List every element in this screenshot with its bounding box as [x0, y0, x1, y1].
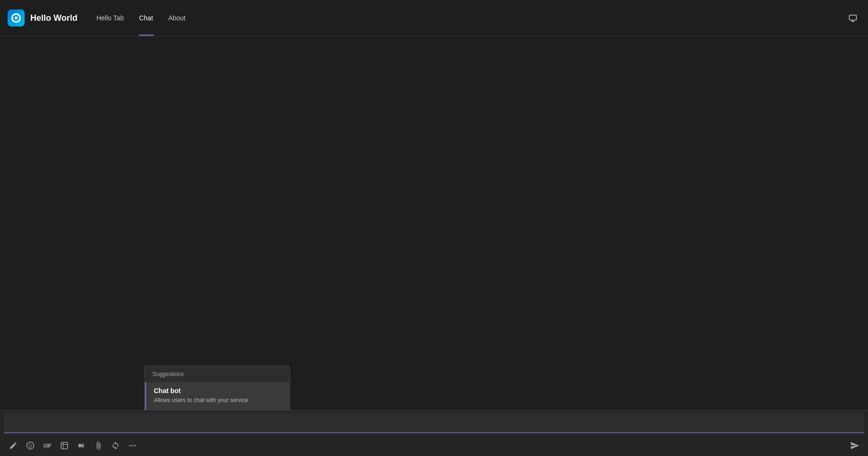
svg-point-4: [29, 444, 30, 445]
send-button[interactable]: [847, 438, 862, 453]
app-title: Hello World: [30, 13, 78, 23]
suggestion-description: Allows users to chat with your service: [154, 396, 282, 404]
title-bar: Hello World Hello Tab Chat About: [0, 0, 868, 36]
suggestion-title: Chat bot: [154, 387, 282, 395]
chat-input[interactable]: [4, 412, 864, 433]
chat-area: Suggestions Chat bot Allows users to cha…: [0, 36, 868, 410]
loop-icon[interactable]: [108, 438, 123, 453]
sticker-icon[interactable]: [57, 438, 72, 453]
svg-point-7: [129, 445, 131, 447]
title-bar-right: [845, 10, 860, 26]
suggestion-item[interactable]: Chat bot Allows users to chat with your …: [145, 382, 290, 410]
svg-rect-6: [61, 442, 68, 449]
suggestions-popup: Suggestions Chat bot Allows users to cha…: [144, 366, 290, 410]
attach-icon[interactable]: [91, 438, 106, 453]
input-area: GIF: [0, 410, 868, 456]
toolbar-row: GIF: [0, 435, 868, 456]
gif-icon[interactable]: GIF: [40, 438, 55, 453]
tab-chat[interactable]: Chat: [132, 0, 161, 36]
svg-point-3: [27, 442, 34, 449]
svg-point-9: [134, 445, 136, 447]
svg-point-8: [132, 445, 133, 447]
app-logo: [8, 9, 25, 26]
app-logo-inner: [11, 13, 21, 23]
suggestions-header: Suggestions: [145, 366, 290, 382]
input-box-wrapper: [0, 411, 868, 435]
main-content: Suggestions Chat bot Allows users to cha…: [0, 36, 868, 456]
svg-rect-0: [850, 15, 857, 20]
send-forward-icon[interactable]: [74, 438, 89, 453]
nav-tabs: Hello Tab Chat About: [89, 0, 193, 36]
more-options-icon[interactable]: [125, 438, 140, 453]
tab-about[interactable]: About: [160, 0, 193, 36]
tab-hello[interactable]: Hello Tab: [89, 0, 132, 36]
emoji-icon[interactable]: [23, 438, 38, 453]
screen-share-icon[interactable]: [845, 10, 860, 26]
format-icon[interactable]: [6, 438, 21, 453]
svg-point-5: [31, 444, 32, 445]
